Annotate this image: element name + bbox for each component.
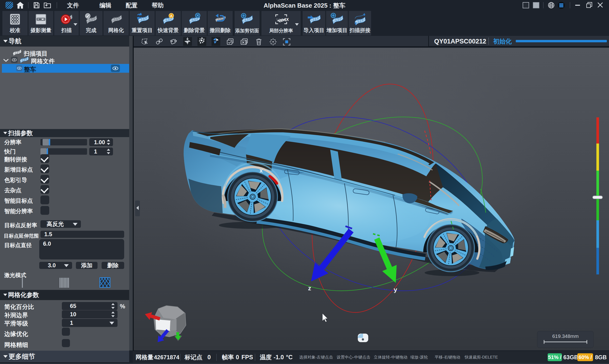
svg-text:x: x xyxy=(260,167,263,174)
svg-text:4X: 4X xyxy=(284,17,289,22)
svg-text:A: A xyxy=(170,14,173,18)
svg-text:y: y xyxy=(394,286,397,293)
svg-text:z: z xyxy=(308,285,311,292)
